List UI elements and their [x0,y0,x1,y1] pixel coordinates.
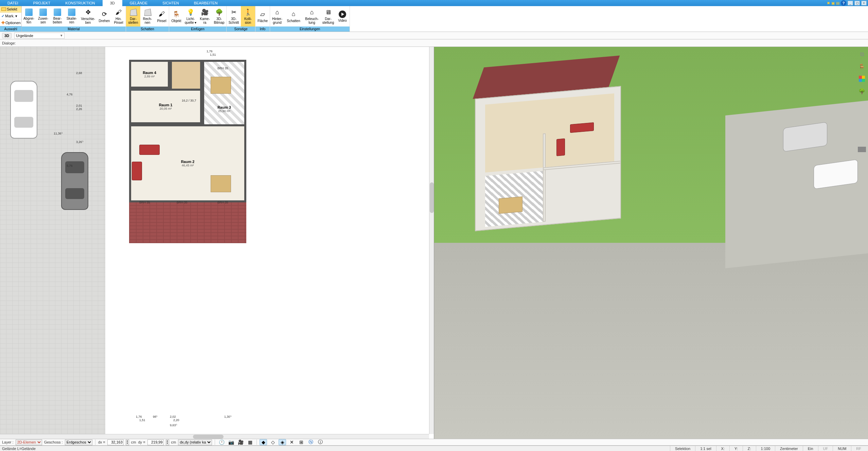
bearbeiten-button[interactable]: Bear-beiten [50,6,65,26]
camera-icon: 🎥 [201,8,209,16]
options-button[interactable]: Optionen [0,19,21,26]
menu-gelaende[interactable]: GELÄNDE [122,0,155,6]
house-shadow-icon: ⌂ [289,10,298,18]
kollision-button[interactable]: 🚶Kolli-sion [241,6,255,26]
tool-icon[interactable]: ✖ [827,1,830,5]
help-icon[interactable]: ? [841,0,846,6]
ribbon-group-einstellungen: ⌂Hinter-grund ⌂Schatten ⌂Beleuch-tung 🖥D… [270,6,350,32]
pinsel-button[interactable]: 🖌Pinsel [155,6,169,26]
house-icon: ⌂ [273,8,281,16]
plus-icon [1,20,5,25]
menu-datei[interactable]: DATEI [0,0,26,6]
sonstige-group-label: Sonstige [227,26,255,32]
einstellungen-group-label: Einstellungen [270,26,350,32]
lightbulb-icon: 💡 [187,8,195,16]
menu-3d[interactable]: 3D [103,0,122,6]
menu-konstruktion[interactable]: KONSTRUKTION [58,0,102,6]
layers-icon[interactable]: ▤ [836,1,839,5]
lichtquelle-button[interactable]: 💡Licht-quelle ▾ [183,6,198,26]
scale-icon [68,8,75,16]
area-icon: ▱ [259,10,267,18]
dialogs-label: Dialoge: [2,41,16,45]
lighting-icon: ⌂ [308,8,316,16]
ribbon-group-sonstige: ✂3D-Schnitt 🚶Kolli-sion Sonstige [227,6,255,32]
rotate-icon: ⟳ [100,10,108,18]
chevron-down-icon[interactable]: ▾ [60,33,63,38]
close-button[interactable]: × [861,1,867,5]
ribbon-group-einfuegen: 🪑Objekt 💡Licht-quelle ▾ 🎥Kame-ra 🌳3D-Bit… [169,6,227,32]
schatten-group-label: Schatten [126,26,169,32]
assign-material-icon [39,8,47,16]
menu-bearbeiten[interactable]: BEARBEITEN [187,0,225,6]
3d-bitmap-button[interactable]: 🌳3D-Bitmap [212,6,226,26]
darstellen-button[interactable]: Dar-stellen [126,6,140,26]
hin-pinsel-button[interactable]: 🖌Hin.Pinsel [111,6,126,26]
verschieben-button[interactable]: ✥Verschie-ben [79,6,97,26]
abgreifen-button[interactable]: Abgrei-fen [22,6,36,26]
move-icon: ✥ [84,8,92,16]
edit-material-icon [54,8,61,16]
flaeche-button[interactable]: ▱Fläche [255,6,270,26]
ribbon: Selekt Mark. ▾ Optionen Auswahl Abgrei-f… [0,6,868,32]
play-icon [339,11,346,18]
menu-sichten[interactable]: SICHTEN [155,0,186,6]
ribbon-group-schatten: Dar-stellen Rech-nen 🖌Pinsel Schatten [126,6,169,32]
schatten-settings-button[interactable]: ⌂Schatten [284,6,303,26]
mark-button[interactable]: Mark. ▾ [0,13,21,20]
minimize-button[interactable]: _ [848,1,853,5]
material-group-label: Material [22,26,126,32]
auswahl-label: Auswahl [0,26,21,32]
rechnen-button[interactable]: Rech-nen [140,6,155,26]
terrain-select[interactable] [14,33,65,39]
compute-shadow-icon [143,8,152,16]
brush-icon: 🖌 [158,10,166,18]
collision-icon: 🚶 [244,8,252,16]
3d-schnitt-button[interactable]: ✂3D-Schnitt [227,6,241,26]
video-button[interactable]: Video [335,6,350,26]
ribbon-group-info: ▱Fläche Info [255,6,270,32]
display-icon: 🖥 [324,8,332,16]
maximize-button[interactable]: ◻ [854,1,860,5]
kamera-button[interactable]: 🎥Kame-ra [198,6,212,26]
ribbon-auswahl-group: Selekt Mark. ▾ Optionen Auswahl [0,6,22,32]
zuweisen-button[interactable]: Zuwei-sen [36,6,50,26]
select-button[interactable]: Selekt [0,6,21,13]
dialogs-bar: Dialoge: [0,39,868,47]
render-shadow-icon [129,8,137,16]
beleuchtung-button[interactable]: ⌂Beleuch-tung [303,6,321,26]
check-icon [1,14,4,18]
section-icon: ✂ [230,8,238,16]
dropdown-arrow-icon: ▾ [15,14,17,18]
hintergrund-button[interactable]: ⌂Hinter-grund [270,6,284,26]
main-menubar: DATEI PROJEKT KONSTRUKTION 3D GELÄNDE SI… [0,0,868,6]
ribbon-group-material: Abgrei-fen Zuwei-sen Bear-beiten Skalie-… [22,6,126,32]
window-icon[interactable]: ▣ [831,1,835,5]
menu-projekt[interactable]: PROJEKT [26,0,58,6]
darstellung-button[interactable]: 🖥Dar-stellung [321,6,335,26]
einfuegen-group-label: Einfügen [169,26,226,32]
cursor-icon [1,7,6,11]
view-context-bar: 3D ▾ [0,32,868,39]
brush-icon: 🖌 [114,8,123,16]
object-icon: 🪑 [172,10,180,18]
objekt-button[interactable]: 🪑Objekt [169,6,183,26]
view-mode-badge: 3D [2,33,12,38]
pick-material-icon [25,8,33,16]
tree-icon: 🌳 [215,8,223,16]
info-group-label: Info [255,26,270,32]
drehen-button[interactable]: ⟳Drehen [97,6,111,26]
skalieren-button[interactable]: Skalie-ren [65,6,79,26]
